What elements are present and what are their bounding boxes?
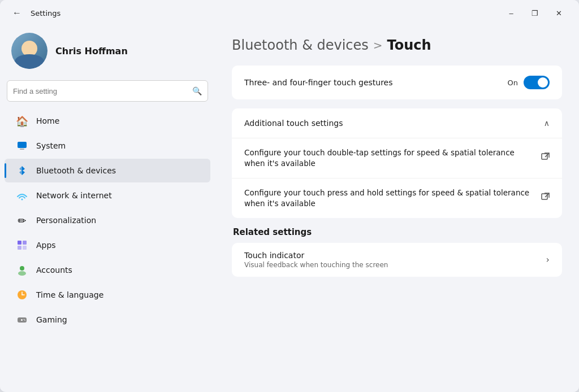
time-icon	[16, 289, 28, 301]
external-link-icon-0	[541, 153, 550, 164]
breadcrumb-current: Touch	[387, 37, 431, 53]
avatar-image	[11, 33, 47, 69]
gesture-card: Three- and four-finger touch gestures On	[232, 66, 562, 99]
sidebar-label-personalization: Personalization	[36, 216, 96, 225]
chevron-up-icon: ∧	[544, 119, 550, 128]
sidebar-label-home: Home	[36, 116, 59, 125]
related-section-title: Related settings	[232, 227, 562, 237]
gesture-setting-row: Three- and four-finger touch gestures On	[232, 66, 562, 99]
svg-rect-6	[23, 241, 27, 245]
home-icon: 🏠	[16, 115, 28, 127]
breadcrumb-parent: Bluetooth & devices	[232, 37, 369, 53]
system-icon	[16, 140, 28, 152]
sidebar-item-accounts[interactable]: Accounts	[5, 258, 210, 282]
avatar	[11, 33, 47, 69]
username: Chris Hoffman	[55, 46, 128, 56]
sidebar-label-time: Time & language	[36, 290, 103, 299]
accordion-item-0[interactable]: Configure your touch double-tap settings…	[232, 138, 562, 178]
maximize-button[interactable]: ❐	[524, 5, 546, 21]
svg-point-10	[18, 271, 26, 276]
sidebar-label-gaming: Gaming	[36, 315, 67, 324]
window-title: Settings	[31, 9, 61, 18]
sidebar-item-time[interactable]: Time & language	[5, 283, 210, 307]
svg-point-9	[20, 266, 24, 271]
title-bar: ← Settings – ❐ ✕	[0, 0, 579, 26]
window-controls: – ❐ ✕	[500, 5, 570, 21]
breadcrumb: Bluetooth & devices > Touch	[232, 37, 562, 53]
back-button[interactable]: ←	[9, 5, 25, 21]
accounts-icon	[16, 264, 28, 276]
accordion-title: Additional touch settings	[244, 119, 343, 128]
gesture-toggle[interactable]	[524, 76, 550, 89]
settings-window: ← Settings – ❐ ✕ Chris Hoffman 🔍 🏠	[0, 0, 579, 392]
apps-icon	[16, 239, 28, 251]
sidebar-label-accounts: Accounts	[36, 265, 72, 275]
svg-rect-21	[542, 194, 547, 199]
svg-rect-0	[18, 142, 27, 148]
search-input[interactable]	[13, 87, 192, 95]
search-icon: 🔍	[192, 86, 202, 95]
sidebar-item-system[interactable]: System	[5, 134, 210, 158]
toggle-wrap: On	[508, 76, 550, 89]
sidebar-label-network: Network & internet	[36, 191, 112, 200]
sidebar-item-personalization[interactable]: ✏️ Personalization	[5, 208, 210, 232]
svg-point-4	[21, 199, 23, 201]
minimize-button[interactable]: –	[500, 5, 522, 21]
breadcrumb-separator: >	[373, 38, 383, 52]
toggle-status: On	[508, 79, 518, 87]
svg-rect-1	[20, 149, 24, 150]
sidebar-label-bluetooth: Bluetooth & devices	[36, 166, 116, 175]
close-button[interactable]: ✕	[547, 5, 570, 21]
content-area: Bluetooth & devices > Touch Three- and f…	[215, 26, 579, 392]
sidebar-label-apps: Apps	[36, 241, 56, 250]
chevron-right-icon: ›	[546, 254, 550, 265]
svg-marker-3	[19, 166, 22, 175]
sidebar-item-bluetooth[interactable]: Bluetooth & devices	[5, 159, 210, 182]
sidebar-item-network[interactable]: Network & internet	[5, 184, 210, 207]
svg-rect-19	[542, 154, 547, 159]
title-bar-left: ← Settings	[9, 5, 61, 21]
search-box[interactable]: 🔍	[7, 80, 208, 102]
accordion-item-1[interactable]: Configure your touch press and hold sett…	[232, 178, 562, 218]
sidebar-item-gaming[interactable]: Gaming	[5, 308, 210, 332]
sidebar-item-apps[interactable]: Apps	[5, 233, 210, 257]
accordion-header[interactable]: Additional touch settings ∧	[232, 108, 562, 138]
main-layout: Chris Hoffman 🔍 🏠 Home System	[0, 26, 579, 392]
external-link-icon-1	[541, 193, 550, 204]
additional-card: Additional touch settings ∧ Configure yo…	[232, 108, 562, 218]
accordion-item-text-1: Configure your touch press and hold sett…	[244, 188, 541, 209]
accordion-item-text-0: Configure your touch double-tap settings…	[244, 147, 541, 169]
svg-point-18	[24, 320, 25, 321]
sidebar-label-system: System	[36, 141, 66, 150]
svg-point-17	[24, 319, 25, 320]
related-title-0: Touch indicator	[244, 251, 388, 260]
user-section: Chris Hoffman	[0, 26, 215, 80]
svg-rect-8	[23, 246, 27, 250]
svg-rect-5	[18, 241, 21, 245]
related-card: Touch indicator Visual feedback when tou…	[232, 243, 562, 277]
related-row-0[interactable]: Touch indicator Visual feedback when tou…	[232, 243, 562, 277]
network-icon	[16, 189, 28, 202]
related-text-0: Touch indicator Visual feedback when tou…	[244, 251, 388, 269]
svg-rect-7	[18, 246, 21, 250]
sidebar: Chris Hoffman 🔍 🏠 Home System	[0, 26, 215, 392]
bluetooth-icon	[16, 164, 28, 177]
gesture-setting-label: Three- and four-finger touch gestures	[244, 78, 393, 87]
related-subtitle-0: Visual feedback when touching the screen	[244, 261, 388, 269]
gaming-icon	[16, 313, 28, 326]
sidebar-item-home[interactable]: 🏠 Home	[5, 109, 210, 133]
personalization-icon: ✏️	[16, 214, 28, 227]
svg-marker-2	[22, 166, 25, 175]
